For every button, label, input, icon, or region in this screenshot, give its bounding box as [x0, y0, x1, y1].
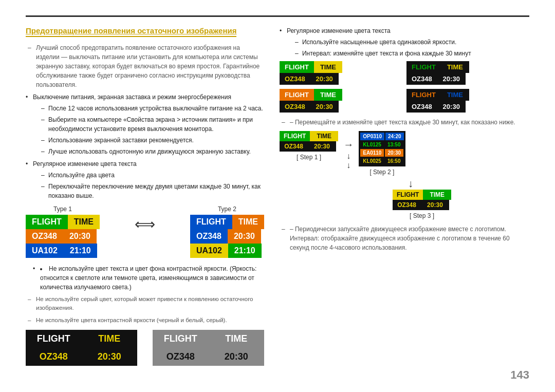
double-arrow-icon: ⟺: [135, 216, 155, 233]
type2-container: Type 2 FLIGHT TIME OZ348 20:30 UA102 21:: [190, 206, 264, 258]
mp2-header-time: TIME: [441, 61, 469, 73]
mp1-row-flight: OZ348: [280, 73, 310, 85]
gray-panel-display: FLIGHT TIME OZ348 20:30: [153, 330, 264, 366]
step2-box: OP0310 24:20 KL0125 13:50 EA0110 20:30: [359, 131, 405, 176]
right-column: Регулярное изменение цвета текста Исполь…: [280, 26, 529, 382]
type1-label: Type 1: [26, 206, 100, 213]
mp1-row-time: 20:30: [310, 73, 339, 85]
step1-label: [ Step 1 ]: [297, 154, 321, 161]
step2-panel: OP0310 24:20 KL0125 13:50 EA0110 20:30: [359, 131, 405, 166]
type2-row1: OZ348 20:30: [190, 229, 264, 244]
sub-item-2-1: Используйте два цвета: [41, 171, 264, 180]
mp2-row-time: 20:30: [437, 73, 466, 85]
step3-area: ↓ FLIGHT TIME OZ348 20:30 [ Step 3 ]: [393, 178, 529, 219]
page: Предотвращение появления остаточного изо…: [0, 0, 555, 392]
sub-item-2-2: Переключайте переключение между двумя цв…: [41, 182, 264, 200]
type1-row1: OZ348 20:30: [26, 229, 100, 244]
mini-panel-2-display: FLIGHT TIME OZ348 20:30: [406, 61, 469, 85]
step1-header-flight: FLIGHT: [280, 131, 310, 141]
step3-panel: FLIGHT TIME OZ348 20:30: [393, 190, 451, 210]
type1-panel: FLIGHT TIME OZ348 20:30 UA102 21:10: [26, 215, 100, 258]
bottom-panels: FLIGHT TIME OZ348 20:30 FLIGHT TIME: [26, 330, 264, 366]
gray-panel-row1: OZ348 20:30: [153, 348, 264, 366]
page-number: 143: [510, 368, 529, 382]
mp4-header-flight: FLIGHT: [406, 89, 441, 101]
type2-row1-flight: OZ348: [190, 229, 228, 244]
mini-panel-3-display: FLIGHT TIME OZ348 20:30: [280, 89, 342, 113]
black-row-flight: OZ348: [26, 348, 82, 366]
content-area: Предотвращение появления остаточного изо…: [26, 26, 529, 382]
step2-r3-time: 20:30: [385, 149, 403, 157]
gray-note: Не используйте серый цвет, который может…: [26, 295, 264, 313]
type2-row2-flight: UA102: [190, 244, 228, 258]
arrow-down-1: ↓: [346, 152, 350, 161]
black-panel-row1: OZ348 20:30: [26, 348, 137, 366]
mini-panel-4: FLIGHT TIME OZ348 20:30: [406, 89, 529, 113]
mini-panel-1-display: FLIGHT TIME OZ348 20:30: [280, 61, 342, 85]
step2-r3-flight: EA0110: [360, 149, 384, 157]
type1-header-row: FLIGHT TIME: [26, 215, 100, 229]
step1-header-time: TIME: [310, 131, 338, 141]
mini-panel-2: FLIGHT TIME OZ348 20:30: [406, 61, 529, 85]
contrast-note-1: Не используйте цвет текста и цвет фона к…: [33, 264, 264, 292]
type1-header-flight: FLIGHT: [26, 215, 68, 229]
intro-text: Лучший способ предотвратить появление ос…: [26, 43, 264, 89]
mp3-row-flight: OZ348: [280, 101, 310, 113]
type2-row2: UA102 21:10: [190, 244, 264, 258]
sub-item-1-2: Выберите на компьютере «Свойства экрана …: [41, 115, 264, 134]
right-sub-1: Используйте насыщенные цвета одинаковой …: [295, 38, 529, 47]
mp1-header-flight: FLIGHT: [280, 61, 314, 73]
gray-header-flight: FLIGHT: [153, 330, 209, 348]
step2-label: [ Step 2 ]: [369, 169, 394, 176]
step1-to-step2-arrows: → ↓ ↓: [343, 139, 354, 170]
type1-row1-flight: OZ348: [26, 229, 63, 244]
mini-panels-grid: FLIGHT TIME OZ348 20:30 FLIGHT: [280, 61, 529, 113]
black-panel-header: FLIGHT TIME: [26, 330, 137, 348]
type1-container: Type 1 FLIGHT TIME OZ348 20:30 UA102 21:: [26, 206, 100, 258]
sub-list-2: Используйте два цвета Переключайте перек…: [33, 171, 264, 200]
mp2-row-flight: OZ348: [406, 73, 437, 85]
step1-box: FLIGHT TIME OZ348 20:30 [ Step 1 ]: [280, 131, 338, 161]
type2-row2-time: 21:10: [228, 244, 262, 258]
mini-panel-3: FLIGHT TIME OZ348 20:30: [280, 89, 402, 113]
step3-header-flight: FLIGHT: [393, 190, 423, 200]
step2-row3: EA0110 20:30: [360, 149, 403, 157]
step2-r2-time: 13:50: [385, 141, 403, 148]
mp4-header-time: TIME: [441, 89, 469, 101]
type-panels-row: Type 1 FLIGHT TIME OZ348 20:30 UA102 21:: [26, 206, 264, 258]
periodic-note: – Периодически запускайте движущееся изо…: [280, 225, 529, 252]
step1-row-time: 20:30: [308, 141, 336, 152]
bullet-item-1: Выключение питания, экранная заставка и …: [26, 92, 264, 156]
step3-row-time: 20:30: [421, 200, 449, 210]
type2-header-flight: FLIGHT: [190, 215, 232, 229]
step2-r1-flight: OP0310: [360, 133, 384, 140]
step2-r2-flight: KL0125: [360, 141, 384, 148]
bullet-item-2: Регулярное изменение цвета текста Исполь…: [26, 159, 264, 200]
main-bullets: Выключение питания, экранная заставка и …: [26, 92, 264, 200]
right-bullets: Регулярное изменение цвета текста Исполь…: [280, 26, 529, 58]
arrow-down-to-step3: ↓: [408, 178, 413, 190]
type2-header-row: FLIGHT TIME: [190, 215, 264, 229]
step2-row4: KL0025 16:50: [360, 157, 403, 165]
top-divider: [26, 15, 529, 17]
type1-row2: UA102 21:10: [26, 244, 100, 258]
gray-row-time: 20:30: [208, 348, 264, 366]
step1-panel: FLIGHT TIME OZ348 20:30: [280, 131, 338, 152]
black-header-time: TIME: [82, 330, 138, 348]
type1-row2-time: 21:10: [64, 244, 97, 258]
step2-r4-time: 16:50: [385, 157, 403, 165]
mini-panel-4-display: FLIGHT TIME OZ348 20:30: [406, 89, 469, 113]
step-note: – Перемещайте и изменяйте цвет текста ка…: [280, 118, 529, 127]
step2-row2: KL0125 13:50: [360, 141, 403, 148]
black-header-flight: FLIGHT: [26, 330, 82, 348]
double-arrow-container: ⟺: [131, 216, 159, 233]
black-panel-display: FLIGHT TIME OZ348 20:30: [26, 330, 137, 366]
section-title: Предотвращение появления остаточного изо…: [26, 26, 236, 37]
mp3-header-flight: FLIGHT: [280, 89, 314, 101]
step3-header-time: TIME: [423, 190, 451, 200]
sub-item-1-3: Использование экранной заставки рекоменд…: [41, 136, 264, 145]
steps-row: FLIGHT TIME OZ348 20:30 [ Step 1 ] → ↓ ↓: [280, 131, 529, 176]
gray-panel-header: FLIGHT TIME: [153, 330, 264, 348]
mini-panel-1: FLIGHT TIME OZ348 20:30: [280, 61, 402, 85]
right-bullet-1: Регулярное изменение цвета текста Исполь…: [280, 26, 529, 58]
